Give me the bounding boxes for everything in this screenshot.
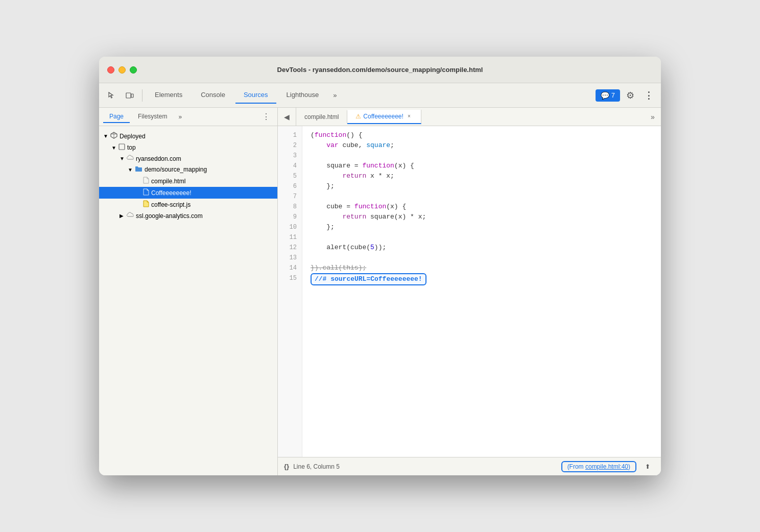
tree-item-deployed[interactable]: ▼ Deployed	[99, 130, 277, 142]
code-line-10: };	[311, 222, 661, 232]
code-line-3	[311, 151, 661, 161]
line-num-2: 2	[278, 140, 302, 151]
line-num-14: 14	[278, 263, 302, 273]
line-num-11: 11	[278, 232, 302, 243]
sources-sidebar: Page Filesystem » ⋮ ▼ Deplo	[99, 108, 278, 475]
line-num-5: 5	[278, 171, 302, 181]
code-tabs-bar: ◀ compile.html ⚠ Coffeeeeeeee! × »	[278, 108, 661, 126]
cursor-location: Line 6, Column 5	[293, 463, 557, 470]
label-coffee: Coffeeeeeeee!	[151, 189, 192, 197]
tree-item-compile-html[interactable]: compile.html	[99, 175, 277, 187]
settings-icon[interactable]: ⚙	[622, 87, 638, 104]
svg-rect-1	[131, 94, 133, 98]
cube-icon	[110, 132, 117, 140]
code-line-6: };	[311, 181, 661, 191]
arrow-demo: ▼	[128, 167, 135, 173]
messages-badge[interactable]: 💬 7	[596, 89, 620, 102]
code-line-15: //# sourceURL=Coffeeeeeeee!	[311, 273, 661, 285]
tab-sources[interactable]: Sources	[235, 87, 276, 104]
chat-icon: 💬	[601, 91, 609, 100]
line-num-3: 3	[278, 151, 302, 161]
badge-count: 7	[611, 91, 615, 99]
code-line-2: var cube, square;	[311, 140, 661, 151]
line-num-7: 7	[278, 191, 302, 202]
label-top: top	[127, 144, 136, 151]
line-num-13: 13	[278, 253, 302, 263]
code-lines[interactable]: (function() { var cube, square; square =…	[302, 126, 661, 457]
folder-icon	[135, 165, 142, 174]
arrow-deployed: ▼	[103, 133, 110, 139]
sources-layout: Page Filesystem » ⋮ ▼ Deplo	[99, 108, 661, 475]
sources-back-icon[interactable]: ◀	[278, 108, 296, 126]
line-num-4: 4	[278, 161, 302, 171]
label-ryanseddon: ryanseddon.com	[136, 155, 181, 162]
code-area: ◀ compile.html ⚠ Coffeeeeeeee! × » 1 2 3	[278, 108, 661, 475]
sidebar-tabs: Page Filesystem » ⋮	[99, 108, 277, 126]
code-line-12: alert(cube(5));	[311, 243, 661, 253]
compile-link[interactable]: compile.html:40	[585, 463, 628, 470]
minimize-button[interactable]	[118, 66, 126, 74]
inspect-icon[interactable]	[103, 87, 120, 104]
status-bar: {} Line 6, Column 5 (From compile.html:4…	[278, 457, 661, 475]
code-line-4: square = function(x) {	[311, 161, 661, 171]
line-num-9: 9	[278, 212, 302, 222]
label-compile-html: compile.html	[151, 178, 185, 185]
code-tab-compile-label: compile.html	[304, 113, 339, 120]
svg-rect-0	[126, 93, 131, 98]
maximize-button[interactable]	[130, 66, 137, 74]
tree-item-coffee-script[interactable]: coffee-script.js	[99, 199, 277, 210]
sidebar-tab-page[interactable]: Page	[103, 111, 130, 123]
svg-rect-2	[119, 144, 125, 150]
label-ssl-google: ssl.google-analytics.com	[136, 212, 203, 220]
label-demo-folder: demo/source_mapping	[145, 166, 207, 173]
arrow-top: ▼	[111, 145, 118, 151]
label-coffee-script: coffee-script.js	[151, 201, 191, 208]
upload-arrow-icon: ⬆	[645, 463, 650, 470]
file-icon-compile	[143, 177, 149, 185]
line-numbers: 1 2 3 4 5 6 7 8 9 10 11 12 13 14 15	[278, 126, 302, 457]
back-arrow-icon: ◀	[284, 113, 290, 121]
arrow-ryanseddon: ▼	[120, 156, 127, 161]
arrow-ssl: ▶	[120, 213, 127, 219]
device-toolbar-icon[interactable]	[122, 87, 138, 104]
tree-item-coffee[interactable]: Coffeeeeeeee!	[99, 187, 277, 199]
code-editor[interactable]: 1 2 3 4 5 6 7 8 9 10 11 12 13 14 15	[278, 126, 661, 457]
tab-lighthouse[interactable]: Lighthouse	[278, 87, 327, 104]
file-tree: ▼ Deployed ▼	[99, 126, 277, 475]
code-line-7	[311, 191, 661, 202]
sidebar-more-tabs[interactable]: »	[175, 112, 185, 122]
format-button[interactable]: {}	[284, 463, 289, 470]
code-tab-more[interactable]: »	[645, 108, 661, 126]
devtools-toolbar: Elements Console Sources Lighthouse » 💬 …	[99, 83, 661, 108]
upload-icon[interactable]: ⬆	[640, 460, 655, 474]
cloud-icon-ssl	[127, 212, 134, 220]
devtools-window: DevTools - ryanseddon.com/demo/source_ma…	[99, 57, 661, 475]
tree-item-demo-folder[interactable]: ▼ demo/source_mapping	[99, 164, 277, 175]
code-line-14: }).call(this);	[311, 263, 661, 273]
titlebar: DevTools - ryanseddon.com/demo/source_ma…	[99, 57, 661, 83]
tree-item-ssl-google[interactable]: ▶ ssl.google-analytics.com	[99, 210, 277, 221]
close-button[interactable]	[107, 66, 114, 74]
traffic-lights	[107, 66, 137, 74]
sidebar-tab-filesystem[interactable]: Filesystem	[132, 111, 173, 123]
cloud-icon-ryanseddon	[127, 155, 134, 162]
devtools-more-icon[interactable]: ⋮	[640, 87, 657, 104]
close-tab-coffee[interactable]: ×	[406, 113, 413, 120]
sidebar-menu-icon[interactable]: ⋮	[259, 111, 273, 123]
tree-item-top[interactable]: ▼ top	[99, 142, 277, 153]
source-origin-link[interactable]: (From compile.html:40)	[561, 461, 636, 472]
line-num-12: 12	[278, 243, 302, 253]
source-url-comment: //# sourceURL=Coffeeeeeeee!	[315, 275, 422, 283]
line-num-1: 1	[278, 130, 302, 140]
code-line-8: cube = function(x) {	[311, 202, 661, 212]
code-line-13	[311, 253, 661, 263]
code-tab-coffee-label: Coffeeeeeeee!	[363, 113, 403, 120]
tree-item-ryanseddon[interactable]: ▼ ryanseddon.com	[99, 153, 277, 164]
tab-console[interactable]: Console	[193, 87, 233, 104]
code-tab-coffee[interactable]: ⚠ Coffeeeeeeee! ×	[347, 110, 421, 124]
code-tab-compile[interactable]: compile.html	[296, 110, 347, 124]
line-num-15: 15	[278, 273, 302, 283]
more-tabs-icon[interactable]: »	[329, 89, 341, 101]
tab-elements[interactable]: Elements	[147, 87, 191, 104]
frame-icon	[118, 143, 125, 152]
